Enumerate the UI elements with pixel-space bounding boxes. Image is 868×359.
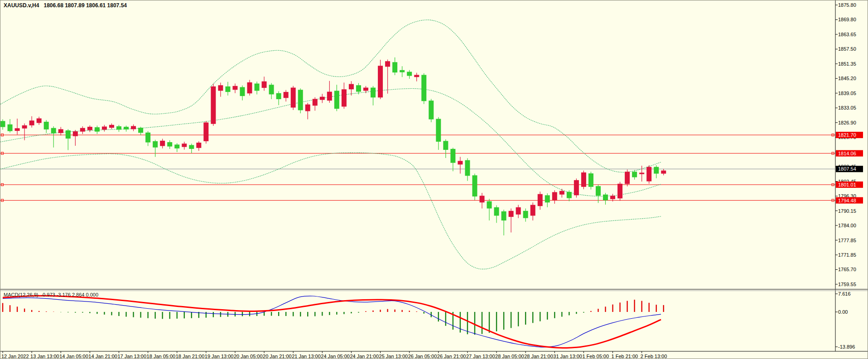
candle-body (87, 127, 92, 130)
symbol-timeframe-label: XAUUSD.v,H4 (4, 2, 39, 9)
candle-body (596, 186, 601, 196)
ohlc-quote-label: 1806.68 1807.89 1806.61 1807.54 (43, 2, 127, 9)
candle-body (291, 88, 296, 108)
price-tick-label: 1839.05 (838, 91, 856, 96)
time-tick-label: 1 Feb 21:00 (612, 354, 638, 359)
time-tick-label: 17 Jan 13:00 (117, 354, 146, 359)
candle-body (247, 82, 252, 93)
macd-name-label: MACD(12,26,9) (4, 292, 38, 297)
price-tick-label: 1771.85 (838, 252, 856, 258)
price-tick-label: 1875.80 (838, 2, 856, 8)
candle-body (567, 192, 572, 198)
candle-body (610, 196, 615, 199)
time-tick-label: 26 Jan 05:00 (408, 354, 437, 359)
price-tick-label: 1784.00 (838, 223, 856, 228)
candle-body (189, 145, 194, 148)
candle-body (342, 89, 347, 106)
candle-body (479, 196, 484, 202)
time-tick-label: 18 Jan 05:00 (147, 354, 176, 359)
candle-body (262, 81, 267, 88)
candle-body (0, 121, 5, 127)
time-tick-label: 18 Jan 21:00 (176, 354, 205, 359)
candle-body (327, 92, 332, 101)
chart-title: XAUUSD.v,H41806.68 1807.89 1806.61 1807.… (4, 2, 127, 9)
time-tick-label: 14 Jan 21:00 (88, 354, 117, 359)
candle-body (116, 126, 121, 129)
candle-body (153, 141, 158, 148)
candle-body (225, 86, 230, 92)
candle-body (502, 211, 506, 220)
time-tick-label: 28 Jan 21:00 (524, 354, 553, 359)
price-tick-label: 1833.05 (838, 105, 856, 110)
time-tick-label: 28 Jan 05:00 (495, 354, 524, 359)
price-level-label: 1821.70 (838, 132, 856, 138)
candle-body (269, 85, 274, 94)
candle-body (95, 127, 100, 132)
price-tick-label: 1857.50 (838, 46, 856, 52)
candle-body (167, 142, 172, 147)
macd-tick-label: 7.616 (838, 291, 851, 297)
candle-body (443, 141, 448, 150)
candle-body (654, 167, 659, 174)
candle-body (392, 62, 397, 72)
candle-body (639, 172, 644, 174)
candle-body (356, 85, 361, 91)
candle-body (51, 128, 56, 134)
candle-body (530, 205, 535, 216)
candle-body (124, 127, 129, 129)
candle-body (588, 173, 593, 187)
candle-body (436, 119, 441, 142)
candle-body (559, 191, 564, 195)
candle-body (407, 72, 412, 76)
price-tick-label: 1826.90 (838, 120, 856, 125)
time-tick-label: 25 Jan 13:00 (379, 354, 408, 359)
candle-body (349, 84, 354, 90)
candle-body (472, 175, 477, 196)
candle-body (37, 118, 42, 123)
price-tick-label: 1777.85 (838, 238, 856, 243)
price-tick-label: 1765.70 (838, 267, 856, 272)
candle-body (661, 171, 666, 174)
time-tick-label: 2 Feb 13:00 (641, 354, 667, 359)
candle-body (421, 75, 426, 101)
time-tick-label: 19 Jan 13:00 (205, 354, 234, 359)
candle-body (276, 93, 281, 99)
macd-indicator-label: MACD(12,26,9)-0.973 -3.176 2.864 0.000 (4, 292, 98, 297)
chart-background (0, 0, 868, 359)
candle-body (218, 85, 223, 91)
chart-canvas[interactable]: 1875.801869.801863.651857.501851.351845.… (0, 0, 868, 359)
candle-body (429, 101, 434, 119)
candle-body (131, 126, 136, 129)
time-tick-label: 12 Jan 2022 (1, 354, 29, 359)
candle-body (145, 133, 150, 143)
price-tick-label: 1759.55 (838, 282, 856, 287)
candle-body (385, 61, 390, 67)
candle-body (363, 88, 368, 91)
candle-body (182, 144, 187, 147)
current-price-label: 1807.54 (838, 166, 856, 172)
candle-body (538, 194, 543, 206)
candle-body (632, 172, 637, 177)
candle-body (617, 184, 622, 198)
candle-body (313, 99, 318, 106)
candle-body (160, 141, 165, 146)
candle-body (174, 144, 179, 148)
candle-body (581, 172, 586, 187)
macd-values-label: -0.973 -3.176 2.864 0.000 (41, 292, 98, 297)
candle-body (646, 167, 651, 182)
candle-body (255, 84, 260, 91)
candle-body (414, 75, 419, 77)
candle-body (240, 87, 245, 96)
candle-body (196, 143, 201, 148)
candle-body (320, 97, 325, 100)
time-tick-label: 20 Jan 21:00 (263, 354, 292, 359)
time-tick-label: 26 Jan 21:00 (437, 354, 466, 359)
candle-body (625, 172, 630, 184)
candle-body (22, 125, 27, 129)
macd-tick-label: -13.896 (838, 344, 855, 349)
time-tick-label: 27 Jan 13:00 (466, 354, 495, 359)
candle-body (29, 120, 34, 125)
candle-body (102, 127, 107, 130)
candle-body (378, 66, 383, 97)
candle-body (487, 201, 492, 209)
